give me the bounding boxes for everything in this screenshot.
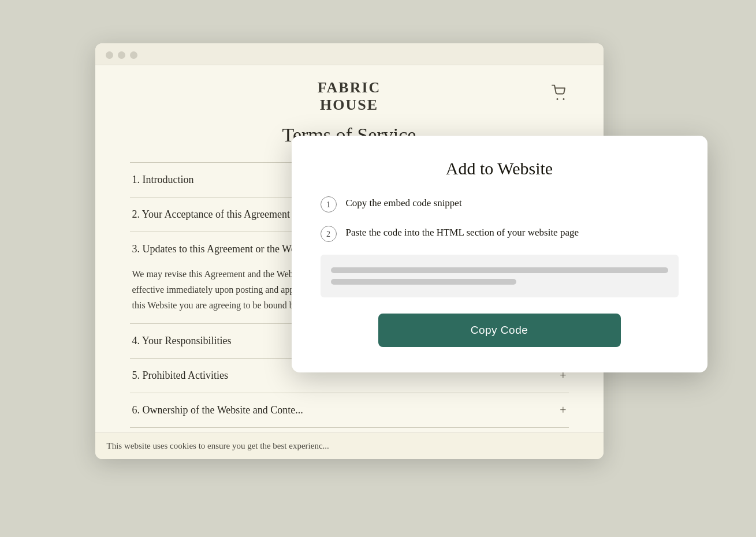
step-circle-2: 2 [321,226,337,242]
accordion-header-6[interactable]: 6. Ownership of the Website and Conte...… [130,393,569,427]
step2-number: 2 [326,228,330,240]
step1-number: 1 [326,199,330,211]
svg-point-0 [556,98,558,100]
modal-title: Add to Website [321,159,679,178]
window-dot-green [130,51,137,59]
step-circle-1: 1 [321,196,337,212]
accordion-item-6: 6. Ownership of the Website and Conte...… [130,393,569,427]
site-header: FABRIC HOUSE [130,65,569,124]
accordion-label-1: 1. Introduction [132,174,194,186]
accordion-label-6: 6. Ownership of the Website and Conte... [132,404,303,416]
logo-line1: FABRIC [318,79,381,96]
code-line-2 [331,279,516,285]
cart-icon[interactable] [552,84,569,105]
modal-step-1: 1 Copy the embed code snippet [321,196,679,212]
accordion-label-3: 3. Updates to this Agreement or the Webs… [132,243,315,255]
modal-step-2: 2 Paste the code into the HTML section o… [321,225,679,242]
step1-text: Copy the embed code snippet [346,196,462,211]
logo-line2: HOUSE [320,96,378,113]
step2-text: Paste the code into the HTML section of … [346,225,579,240]
copy-code-button[interactable]: Copy Code [378,314,621,347]
code-snippet-box [321,255,679,297]
accordion-label-5: 5. Prohibited Activities [132,370,229,382]
site-logo: FABRIC HOUSE [318,79,381,114]
modal: Add to Website 1 Copy the embed code sni… [292,136,707,372]
accordion-toggle-6[interactable]: + [560,404,566,417]
svg-point-1 [563,98,564,100]
cookie-bar: This website uses cookies to ensure you … [95,432,604,459]
browser-chrome [95,43,604,65]
accordion-label-2: 2. Your Acceptance of this Agreement [132,208,290,221]
cookie-text: This website uses cookies to ensure you … [107,441,329,450]
window-dot-yellow [118,51,125,59]
scene: FABRIC HOUSE Terms of Service [95,43,661,494]
accordion-label-4: 4. Your Responsibilities [132,335,232,347]
window-dot-red [106,51,113,59]
code-line-1 [331,267,668,273]
